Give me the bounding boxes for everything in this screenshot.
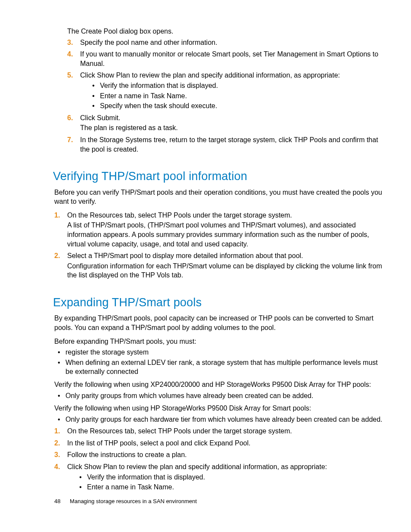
sec2-p2: Before expanding THP/Smart pools, you mu… <box>54 337 383 346</box>
list-item: 6.Click Submit.The plan is registered as… <box>67 113 383 133</box>
page-number: 48 <box>54 498 60 504</box>
list-number: 7. <box>67 135 73 145</box>
list-item-text: Select a THP/Smart pool to display more … <box>67 251 383 261</box>
sub-bullet-item: Enter a name in Task Name. <box>91 91 383 101</box>
sec2-ordered-list: 1.On the Resources tab, select THP Pools… <box>54 426 383 492</box>
list-item-text: On the Resources tab, select THP Pools u… <box>67 211 383 220</box>
list-item: 4.Click Show Plan to review the plan and… <box>54 462 383 492</box>
sec2-p1: By expanding THP/Smart pools, pool capac… <box>54 314 383 332</box>
list-item: 2.Select a THP/Smart pool to display mor… <box>54 251 383 280</box>
section-heading-verifying: Verifying THP/Smart pool information <box>53 168 383 184</box>
list-number: 2. <box>54 439 60 448</box>
sec2-bullets-3: Only parity groups for each hardware tie… <box>57 415 383 424</box>
list-item-followup: A list of THP/Smart pools, (THP/Smart po… <box>67 221 383 249</box>
sub-bullet-item: Specify when the task should execute. <box>91 101 383 111</box>
top-block: The Create Pool dialog box opens. 3.Spec… <box>67 27 383 154</box>
list-item: 4.If you want to manually monitor or rel… <box>67 50 383 68</box>
bullet-item: Only parity groups from which volumes ha… <box>57 391 383 401</box>
list-item-text: On the Resources tab, select THP Pools u… <box>67 426 383 436</box>
sub-bullet-list: Verify the information that is displayed… <box>91 81 383 111</box>
list-item: 5.Click Show Plan to review the plan and… <box>67 71 383 110</box>
list-item-text: Click Show Plan to review the plan and s… <box>67 462 383 472</box>
bullet-item: Only parity groups for each hardware tie… <box>57 415 383 424</box>
list-item: 1.On the Resources tab, select THP Pools… <box>54 426 383 436</box>
list-number: 1. <box>54 426 60 436</box>
list-item: 3.Follow the instructions to create a pl… <box>54 450 383 460</box>
list-item-text: Click Show Plan to review the plan and s… <box>80 71 383 80</box>
list-number: 3. <box>54 450 60 460</box>
list-number: 4. <box>67 50 73 59</box>
list-item-text: Click Submit. <box>80 113 383 123</box>
list-item-followup: Configuration information for each THP/S… <box>67 261 383 280</box>
list-item-text: Specify the pool name and other informat… <box>80 38 383 47</box>
chapter-title: Managing storage resources in a SAN envi… <box>70 498 197 504</box>
sec2-p3: Verify the following when using XP24000/… <box>54 380 383 389</box>
list-item-text: In the Storage Systems tree, return to t… <box>80 135 383 154</box>
list-item-text: In the list of THP pools, select a pool … <box>67 439 383 448</box>
page-footer: 48 Managing storage resources in a SAN e… <box>54 498 197 505</box>
list-number: 5. <box>67 71 73 80</box>
sec2-bullets-2: Only parity groups from which volumes ha… <box>57 391 383 401</box>
sec1-intro: Before you can verify THP/Smart pools an… <box>54 188 383 206</box>
list-number: 1. <box>54 211 60 220</box>
document-page: The Create Pool dialog box opens. 3.Spec… <box>0 0 411 532</box>
list-number: 2. <box>54 251 60 261</box>
top-ordered-list: 3.Specify the pool name and other inform… <box>67 38 383 154</box>
list-item: 2.In the list of THP pools, select a poo… <box>54 439 383 448</box>
list-number: 6. <box>67 113 73 123</box>
sub-bullet-item: Verify the information that is displayed… <box>78 473 383 482</box>
bullet-item: When defining an external LDEV tier rank… <box>57 358 383 376</box>
content-area: The Create Pool dialog box opens. 3.Spec… <box>54 27 383 492</box>
list-item: 1.On the Resources tab, select THP Pools… <box>54 211 383 249</box>
sec2-p4: Verify the following when using HP Stora… <box>54 404 383 413</box>
section-heading-expanding: Expanding THP/Smart pools <box>53 295 383 310</box>
list-item: 7.In the Storage Systems tree, return to… <box>67 135 383 154</box>
list-item: 3.Specify the pool name and other inform… <box>67 38 383 47</box>
list-item-text: Follow the instructions to create a plan… <box>67 450 383 460</box>
sec1-ordered-list: 1.On the Resources tab, select THP Pools… <box>54 211 383 280</box>
list-item-text: If you want to manually monitor or reloc… <box>80 50 383 68</box>
bullet-item: register the storage system <box>57 348 383 357</box>
list-number: 3. <box>67 38 73 47</box>
sub-bullet-item: Enter a name in Task Name. <box>78 482 383 492</box>
sub-bullet-item: Verify the information that is displayed… <box>91 81 383 90</box>
list-number: 4. <box>54 462 60 472</box>
list-item-followup: The plan is registered as a task. <box>80 123 383 133</box>
sub-bullet-list: Verify the information that is displayed… <box>78 473 383 492</box>
sec2-bullets-1: register the storage systemWhen defining… <box>57 348 383 376</box>
intro-line: The Create Pool dialog box opens. <box>67 27 383 36</box>
